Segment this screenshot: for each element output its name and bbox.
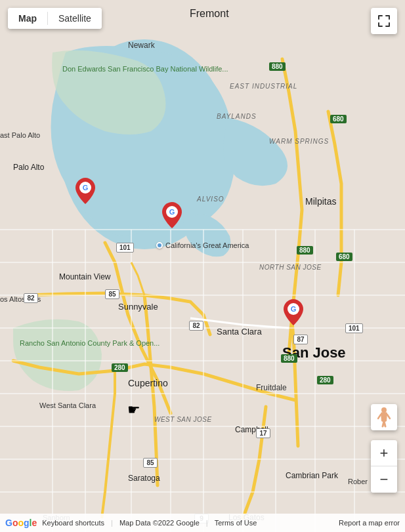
label-rancho-san-antonio: Rancho San Antonio County Park & Open...: [20, 338, 95, 348]
shield-880-bottom: 880: [281, 354, 297, 363]
shield-680-mid: 680: [336, 253, 352, 261]
fullscreen-button[interactable]: [371, 8, 397, 34]
map-marker-2[interactable]: G: [162, 202, 182, 231]
map-data-text: Map Data ©2022 Google: [119, 519, 200, 527]
label-palo-alto: Palo Alto: [13, 163, 44, 172]
label-mountain-view: Mountain View: [59, 272, 111, 281]
zoom-controls: + −: [371, 440, 397, 493]
zoom-out-button[interactable]: −: [371, 466, 397, 493]
label-north-san-jose: NORTH SAN JOSE: [259, 264, 322, 271]
label-baylands: BAYLANDS: [217, 113, 257, 120]
svg-text:G: G: [83, 184, 89, 192]
shield-680-top: 680: [330, 115, 347, 123]
shield-280-left: 280: [112, 363, 128, 372]
label-fruitdale: Fruitdale: [256, 383, 287, 392]
shield-17: 17: [256, 428, 270, 438]
label-fremont: Fremont: [190, 8, 229, 20]
svg-line-28: [384, 421, 385, 426]
label-west-san-jose: WEST SAN JOSE: [154, 416, 212, 423]
label-alviso: ALVISO: [197, 195, 224, 203]
poi-great-america: California's Great America: [156, 241, 249, 249]
map-container[interactable]: Fremont Newark EAST INDUSTRIAL BAYLANDS …: [0, 0, 405, 532]
map-type-map-btn[interactable]: Map: [8, 8, 47, 29]
google-logo-text: G: [5, 518, 12, 528]
svg-line-29: [378, 415, 381, 419]
zoom-in-button[interactable]: +: [371, 440, 397, 466]
pegman-icon: [377, 407, 391, 428]
label-east-industrial: EAST INDUSTRIAL: [230, 83, 297, 90]
label-cupertino: Cupertino: [128, 378, 168, 388]
label-santa-clara: Santa Clara: [217, 327, 262, 337]
map-type-control: Map Satellite: [8, 8, 102, 29]
svg-text:G: G: [169, 208, 175, 216]
shield-85-mid: 85: [105, 289, 119, 299]
label-west-santa-clara: West Santa Clara: [39, 401, 96, 409]
shield-82-left: 82: [24, 293, 38, 303]
report-error-link[interactable]: Report a map error: [339, 519, 400, 527]
google-logo: Google: [5, 518, 37, 528]
shield-101-mid: 101: [116, 243, 134, 253]
label-east-palo-alto: ast Palo Alto: [0, 131, 40, 139]
label-robert: Rober: [348, 478, 368, 485]
shield-101-right: 101: [345, 323, 363, 333]
map-type-satellite-btn[interactable]: Satellite: [48, 8, 102, 29]
svg-line-30: [387, 415, 390, 419]
shield-85-bottom: 85: [143, 458, 158, 468]
label-warm-springs: WARM SPRINGS: [269, 138, 329, 145]
label-don-edwards: Don Edwards San Francisco Bay National W…: [62, 64, 138, 74]
shield-280-right: 280: [317, 376, 333, 384]
map-background: [0, 0, 405, 532]
svg-point-26: [381, 407, 387, 413]
svg-text:G: G: [291, 305, 297, 313]
shield-880-mid: 880: [297, 246, 313, 255]
shield-87: 87: [293, 335, 308, 344]
keyboard-shortcuts-link[interactable]: Keyboard shortcuts: [42, 519, 104, 527]
label-newark: Newark: [128, 41, 155, 50]
bottom-bar: Google Keyboard shortcuts | Map Data ©20…: [0, 514, 405, 532]
shield-880-top: 880: [269, 62, 286, 71]
map-marker-3[interactable]: G: [284, 299, 303, 328]
bottom-links: Keyboard shortcuts | Map Data ©2022 Goog…: [42, 519, 339, 527]
pegman-button[interactable]: [371, 404, 397, 430]
label-cambrian-park: Cambrian Park: [286, 471, 338, 480]
map-marker-1[interactable]: G: [75, 178, 95, 207]
terms-of-use-link[interactable]: Terms of Use: [215, 519, 257, 527]
shield-82: 82: [189, 321, 203, 331]
label-sunnyvale: Sunnyvale: [118, 302, 158, 312]
label-milpitas: Milpitas: [305, 196, 336, 207]
label-saratoga: Saratoga: [128, 474, 160, 483]
fullscreen-icon: [378, 15, 390, 27]
